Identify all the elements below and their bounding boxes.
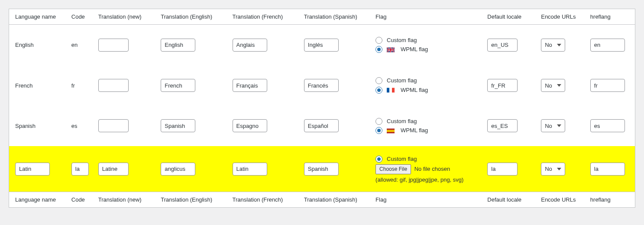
allowed-label: (allowed: gif, jpg|jpeg|jpe, png, svg)	[375, 176, 479, 184]
wpml-flag-label: WPML flag	[401, 86, 428, 94]
translation-english-input[interactable]	[161, 119, 195, 132]
wpml-flag-label: WPML flag	[401, 46, 428, 53]
col-translation-spanish: Translation (Spanish)	[300, 192, 371, 208]
translation-spanish-input[interactable]	[304, 163, 339, 176]
translation-spanish-input[interactable]	[304, 79, 339, 92]
code-label: en	[67, 25, 94, 65]
code-input[interactable]	[71, 163, 89, 176]
language-name-label: English	[9, 25, 67, 65]
custom-flag-radio[interactable]	[375, 77, 382, 84]
translation-french-input[interactable]	[233, 163, 267, 176]
languages-table: Language name Code Translation (new) Tra…	[9, 9, 635, 208]
table-header-row: Language name Code Translation (new) Tra…	[9, 9, 635, 25]
hreflang-input[interactable]	[590, 163, 625, 176]
col-translation-french: Translation (French)	[228, 9, 300, 25]
flag-icon	[387, 127, 396, 134]
col-hreflang: hreflang	[586, 9, 635, 25]
custom-flag-label: Custom flag	[387, 155, 417, 163]
translation-french-input[interactable]	[233, 79, 267, 92]
language-name-input[interactable]	[15, 163, 50, 176]
wpml-flag-radio[interactable]	[375, 87, 382, 94]
code-label: fr	[67, 65, 94, 105]
translation-english-input[interactable]	[161, 39, 195, 52]
translation-new-input[interactable]	[98, 79, 129, 92]
table-footer-row: Language name Code Translation (new) Tra…	[9, 192, 635, 208]
col-translation-french: Translation (French)	[228, 192, 300, 208]
col-code: Code	[67, 9, 94, 25]
translation-spanish-input[interactable]	[304, 39, 339, 52]
flag-icon	[387, 86, 396, 94]
col-default-locale: Default locale	[483, 192, 537, 208]
col-flag: Flag	[371, 192, 483, 208]
code-label: es	[67, 106, 94, 146]
col-language-name: Language name	[9, 192, 67, 208]
svg-rect-5	[387, 130, 395, 132]
col-encode-urls: Encode URLs	[537, 192, 586, 208]
hreflang-input[interactable]	[590, 39, 625, 52]
encode-urls-select[interactable]: NoYes	[541, 39, 565, 52]
table-row: Englishen Custom flag WPML flag NoYes	[9, 25, 635, 65]
svg-rect-3	[392, 88, 395, 93]
col-translation-english: Translation (English)	[156, 192, 228, 208]
default-locale-input[interactable]	[487, 119, 518, 132]
svg-rect-1	[387, 88, 389, 93]
translation-french-input[interactable]	[233, 119, 267, 132]
custom-flag-radio[interactable]	[375, 118, 382, 125]
wpml-flag-radio[interactable]	[375, 46, 382, 53]
custom-flag-radio[interactable]	[375, 156, 382, 163]
encode-urls-select[interactable]: NoYes	[541, 79, 565, 92]
col-default-locale: Default locale	[483, 9, 537, 25]
col-encode-urls: Encode URLs	[537, 9, 586, 25]
flag-icon	[387, 46, 396, 53]
hreflang-input[interactable]	[590, 79, 625, 92]
col-translation-new: Translation (new)	[94, 9, 157, 25]
translation-spanish-input[interactable]	[304, 119, 339, 132]
translation-french-input[interactable]	[233, 39, 267, 52]
table-row: Spanishes Custom flag WPML flag NoYes	[9, 106, 635, 146]
translation-new-input[interactable]	[98, 39, 129, 52]
custom-flag-label: Custom flag	[387, 77, 417, 85]
col-code: Code	[67, 192, 94, 208]
translation-english-input[interactable]	[161, 79, 195, 92]
no-file-label: No file chosen	[414, 166, 450, 172]
encode-urls-select[interactable]: NoYes	[541, 163, 565, 176]
table-row: Frenchfr Custom flag WPML flag NoYes	[9, 65, 635, 105]
translation-new-input[interactable]	[98, 119, 129, 132]
encode-urls-select[interactable]: NoYes	[541, 119, 565, 132]
wpml-flag-label: WPML flag	[401, 127, 428, 134]
language-name-label: French	[9, 65, 67, 105]
col-flag: Flag	[371, 9, 483, 25]
col-language-name: Language name	[9, 9, 67, 25]
translation-new-input[interactable]	[98, 163, 129, 176]
language-name-label: Spanish	[9, 106, 67, 146]
translation-english-input[interactable]	[161, 163, 195, 176]
svg-rect-2	[389, 88, 392, 93]
choose-file-button[interactable]: Choose File	[375, 164, 411, 174]
col-translation-new: Translation (new)	[94, 192, 157, 208]
custom-flag-radio[interactable]	[375, 37, 382, 44]
col-translation-english: Translation (English)	[156, 9, 228, 25]
default-locale-input[interactable]	[487, 39, 518, 52]
col-translation-spanish: Translation (Spanish)	[300, 9, 371, 25]
custom-flag-label: Custom flag	[387, 117, 417, 125]
table-row: Custom flag Choose File No file chosen (…	[9, 146, 635, 192]
hreflang-input[interactable]	[590, 119, 625, 132]
default-locale-input[interactable]	[487, 163, 518, 176]
col-hreflang: hreflang	[586, 192, 635, 208]
custom-flag-label: Custom flag	[387, 36, 417, 44]
wpml-flag-radio[interactable]	[375, 127, 382, 134]
default-locale-input[interactable]	[487, 79, 518, 92]
